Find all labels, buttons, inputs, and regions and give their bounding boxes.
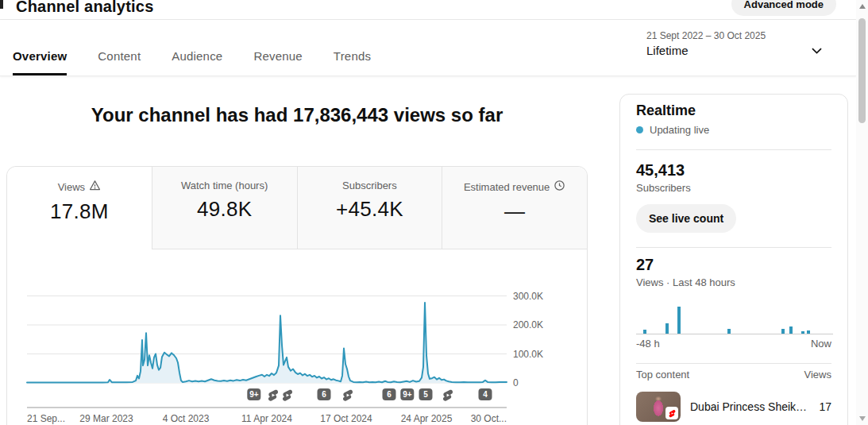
mini-chart-bar [727,329,731,334]
tab-list: OverviewContentAudienceRevenueTrends [13,49,371,77]
clock-icon [554,180,565,194]
mini-chart-bar [781,329,785,334]
video-count-badge[interactable]: 6 [383,388,396,400]
mini-chart-bar [801,331,804,334]
views-line-chart[interactable] [27,289,507,383]
video-title[interactable]: Dubai Princess Sheikha... [690,400,809,413]
metric-value: 17.8M [7,199,152,224]
video-count-badge[interactable]: 6 [318,388,331,400]
shorts-icon[interactable] [281,388,295,401]
metric-card-estimated-revenue[interactable]: Estimated revenue — [442,167,587,249]
x-axis-line [27,407,507,408]
x-axis-tick-label: 29 Mar 2023 [79,413,133,424]
shorts-icon[interactable] [442,388,455,401]
video-count-badge[interactable]: 9+ [247,388,260,400]
page-scrollbar[interactable] [856,0,868,425]
top-content-header: Top content Views [636,369,831,381]
metric-label: Estimated revenue [464,181,550,193]
shorts-icon[interactable] [267,388,280,401]
metric-value: — [442,199,587,224]
mini-chart-bar [665,323,669,334]
realtime-title: Realtime [636,102,831,119]
page-title: Channel analytics [16,0,153,16]
live-dot-icon [636,126,643,133]
tab-audience[interactable]: Audience [172,49,222,77]
views-headline: Your channel has had 17,836,443 views so… [6,104,588,126]
tab-overview[interactable]: Overview [13,49,67,77]
advanced-mode-button[interactable]: Advanced mode [731,0,836,16]
metric-value: 49.8K [152,197,297,222]
scroll-down-arrow-icon[interactable] [859,416,866,421]
y-axis-tick-label: 0 [513,377,519,388]
metric-card-row: Views 17.8MWatch time (hours) 49.8KSubsc… [7,167,587,249]
views-48h-label: Views · Last 48 hours [636,276,831,288]
top-content-row[interactable]: Dubai Princess Sheikha... 17 [636,392,831,422]
shorts-icon[interactable] [341,388,355,401]
divider [636,363,831,364]
video-count-badge[interactable]: 5 [419,388,433,400]
updating-live-label: Updating live [650,124,709,136]
tab-revenue[interactable]: Revenue [253,49,302,77]
date-range-text: 21 Sept 2022 – 30 Oct 2025 [646,30,824,41]
top-content-label: Top content [636,369,689,381]
warning-icon [89,180,101,194]
scroll-up-arrow-icon[interactable] [859,4,866,9]
date-preset-label: Lifetime [646,44,824,57]
views-column-label: Views [804,369,831,381]
x-axis-tick-label: 11 Apr 2024 [241,413,292,424]
divider [636,149,831,150]
channel-analytics-page: Channel analytics Advanced mode Overview… [0,0,868,425]
video-publish-badge-row: 9+669+54 [27,388,507,401]
tab-trends[interactable]: Trends [334,49,371,77]
mini-chart-bar [677,307,681,334]
y-axis-tick-label: 100.0K [513,349,543,360]
scrollbar-thumb[interactable] [858,18,866,123]
window-edge-fragment [0,0,3,9]
x-axis-tick-label: 17 Oct 2024 [320,413,372,424]
y-axis-tick-label: 200.0K [513,319,543,330]
realtime-status: Updating live [636,124,831,136]
metric-label: Views [58,181,85,193]
mini-chart-bar [643,330,646,334]
axis-start-label: -48 h [636,338,660,350]
views-48h-bar-chart[interactable] [636,299,833,334]
metric-card-subscribers[interactable]: Subscribers +45.4K [297,167,442,249]
x-axis-tick-label: 24 Apr 2025 [401,413,453,424]
metric-label: Subscribers [342,180,397,191]
video-views: 17 [819,400,831,413]
x-axis-tick-label: 30 Oct... [471,413,507,424]
divider [636,247,831,248]
metric-value: +45.4K [298,197,442,222]
mini-chart-axis: -48 h Now [636,338,831,350]
x-axis-tick-label: 21 Sep... [27,413,65,424]
see-live-count-button[interactable]: See live count [636,204,736,233]
date-range-picker[interactable]: 21 Sept 2022 – 30 Oct 2025 Lifetime [646,30,824,57]
tab-content[interactable]: Content [98,49,141,77]
x-axis-tick-label: 4 Oct 2023 [163,413,210,424]
mini-chart-bar [807,330,810,334]
realtime-card: Realtime Updating live 45,413 Subscriber… [619,94,848,425]
axis-end-label: Now [811,338,831,350]
chevron-down-icon [809,43,824,61]
realtime-views-count: 27 [636,256,831,274]
video-thumbnail[interactable] [636,392,681,422]
metric-card-views[interactable]: Views 17.8M [7,167,152,249]
realtime-subscriber-count: 45,413 [636,161,831,180]
analytics-tab-bar: OverviewContentAudienceRevenueTrends 21 … [0,20,856,76]
x-axis-labels: 21 Sep...29 Mar 20234 Oct 202311 Apr 202… [27,413,507,425]
subscribers-label: Subscribers [636,182,831,194]
metric-label: Watch time (hours) [181,180,268,191]
y-axis-tick-label: 300.0K [513,291,543,302]
metric-card-watch-time-hours[interactable]: Watch time (hours) 49.8K [152,167,297,249]
shorts-badge-icon [665,407,678,419]
analytics-chart-card: Views 17.8MWatch time (hours) 49.8KSubsc… [6,166,588,425]
video-count-badge[interactable]: 9+ [400,388,414,400]
mini-chart-bar [789,326,793,334]
video-count-badge[interactable]: 4 [479,388,492,400]
